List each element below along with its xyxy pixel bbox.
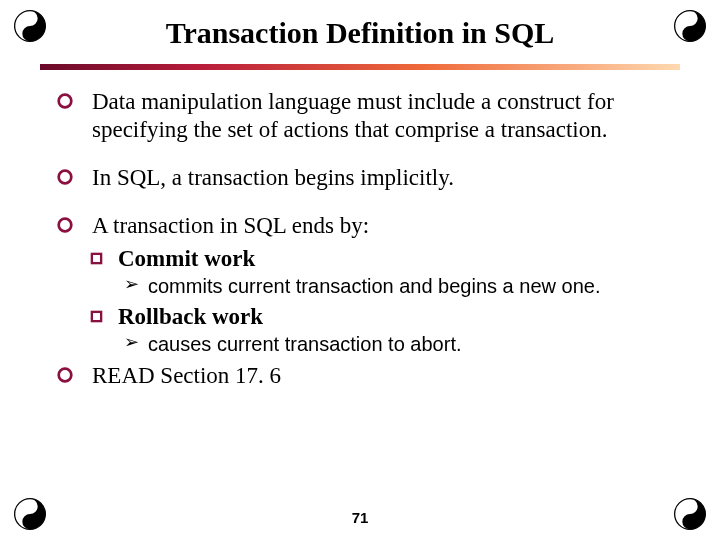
sub-bullet-text: Rollback work	[118, 304, 263, 330]
bullet-text: READ Section 17. 6	[92, 362, 281, 390]
square-bullet-icon	[90, 310, 106, 326]
subsub-bullet-text: causes current transaction to abort.	[148, 332, 462, 356]
bullet-text: In SQL, a transaction begins implicitly.	[92, 164, 454, 192]
page-number: 71	[0, 509, 720, 526]
bullet-item: READ Section 17. 6	[56, 362, 680, 390]
bullet-item: Data manipulation language must include …	[56, 88, 680, 144]
subsub-bullet-item: ➢ commits current transaction and begins…	[90, 274, 680, 298]
ring-bullet-icon	[56, 366, 78, 388]
subsub-bullet-text: commits current transaction and begins a…	[148, 274, 600, 298]
subsub-bullet-item: ➢ causes current transaction to abort.	[90, 332, 680, 356]
slide-body: Data manipulation language must include …	[0, 70, 720, 390]
sub-bullet-text: Commit work	[118, 246, 255, 272]
slide-title: Transaction Definition in SQL	[0, 0, 720, 50]
bullet-item: In SQL, a transaction begins implicitly.	[56, 164, 680, 192]
sub-bullet-item: Commit work	[90, 246, 680, 272]
bullet-text: Data manipulation language must include …	[92, 88, 680, 144]
ring-bullet-icon	[56, 92, 78, 114]
arrow-bullet-icon: ➢	[124, 274, 140, 296]
yin-yang-icon	[674, 10, 706, 42]
square-bullet-icon	[90, 252, 106, 268]
sub-list: Commit work ➢ commits current transactio…	[56, 246, 680, 356]
bullet-item: A transaction in SQL ends by:	[56, 212, 680, 240]
yin-yang-icon	[14, 10, 46, 42]
sub-bullet-item: Rollback work	[90, 304, 680, 330]
arrow-bullet-icon: ➢	[124, 332, 140, 354]
ring-bullet-icon	[56, 168, 78, 190]
ring-bullet-icon	[56, 216, 78, 238]
bullet-text: A transaction in SQL ends by:	[92, 212, 369, 240]
